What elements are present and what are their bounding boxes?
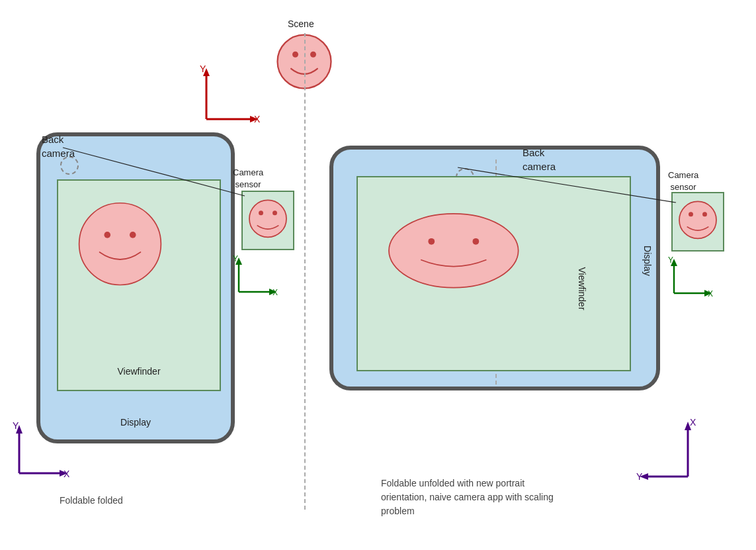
svg-text:X: X (690, 417, 696, 428)
sensor-axis-right: Y X (664, 257, 717, 300)
camera-sensor-left (241, 191, 294, 250)
viewfinder-left: Viewfinder (57, 179, 221, 391)
svg-point-1 (292, 52, 298, 58)
display-label-right: Display (642, 246, 653, 276)
svg-text:Y: Y (233, 255, 238, 263)
connector-line-left (60, 144, 248, 204)
svg-point-30 (472, 238, 479, 245)
svg-point-33 (702, 212, 707, 216)
svg-point-29 (428, 238, 435, 245)
svg-text:X: X (708, 289, 713, 298)
display-label-left: Display (120, 417, 151, 428)
connector-line-right (454, 164, 679, 217)
svg-text:Y: Y (200, 64, 206, 74)
svg-line-34 (458, 167, 676, 203)
svg-point-32 (689, 212, 693, 216)
svg-text:X: X (254, 114, 261, 124)
svg-point-9 (79, 203, 161, 285)
svg-text:Y: Y (13, 420, 19, 431)
label-folded: Foldable folded (60, 495, 123, 506)
top-axis-arrows: Y X (187, 63, 266, 129)
center-divider (304, 33, 306, 510)
svg-text:X: X (63, 469, 70, 479)
label-unfolded: Foldable unfolded with new portrait orie… (381, 477, 566, 518)
svg-point-28 (389, 214, 519, 288)
scene-label: Scene (288, 19, 314, 29)
svg-text:X: X (273, 288, 278, 297)
svg-point-13 (259, 210, 263, 215)
svg-point-2 (310, 52, 316, 58)
svg-text:Y: Y (636, 471, 643, 482)
svg-point-11 (130, 232, 136, 238)
diagram-container: Scene Y X (0, 0, 756, 550)
svg-text:Y: Y (668, 257, 673, 265)
viewfinder-label-left: Viewfinder (117, 366, 160, 377)
svg-point-14 (273, 210, 277, 215)
axis-bottom-right: X Y (635, 414, 714, 486)
svg-point-10 (104, 232, 110, 238)
svg-point-31 (679, 201, 716, 238)
viewfinder-label-right: Viewfinder (576, 267, 587, 310)
camera-sensor-right (671, 192, 724, 252)
svg-point-12 (249, 200, 286, 237)
axis-bottom-left: Y X (9, 420, 75, 480)
sensor-axis-left: Y X (229, 255, 282, 298)
svg-line-15 (63, 148, 245, 196)
